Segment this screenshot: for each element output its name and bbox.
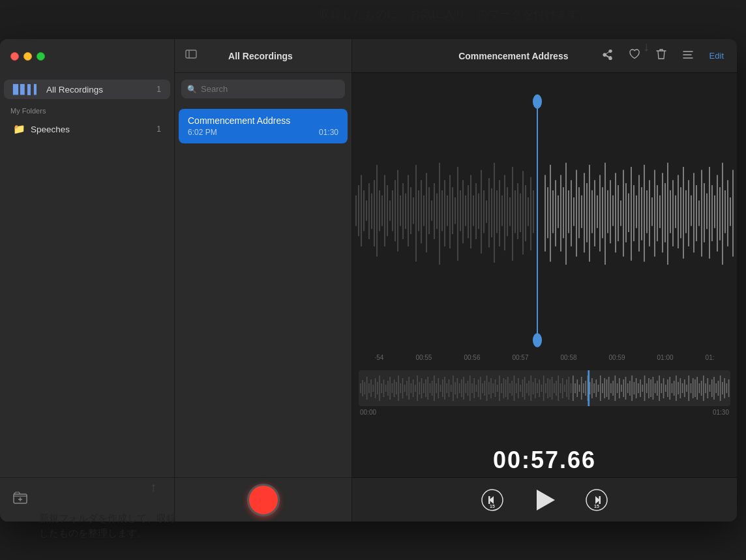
settings-button[interactable] (679, 47, 696, 65)
svg-rect-197 (453, 376, 454, 401)
svg-text:15: 15 (490, 504, 495, 508)
svg-rect-31 (415, 165, 417, 262)
sidebar-item-speeches[interactable]: 📁 Speeches 1 (4, 119, 170, 140)
svg-rect-297 (663, 378, 664, 398)
svg-rect-207 (473, 378, 475, 398)
svg-rect-189 (436, 383, 437, 393)
svg-rect-295 (659, 376, 660, 401)
svg-rect-234 (530, 376, 531, 401)
svg-rect-256 (576, 379, 578, 397)
favorite-button[interactable] (626, 46, 643, 66)
recording-title: Commencement Address (188, 115, 338, 126)
waveform-area: ·54 00:55 00:56 00:57 00:58 00:59 01:00 … (352, 73, 737, 443)
time-label-5: 00:59 (609, 354, 625, 361)
svg-rect-317 (705, 383, 706, 393)
edit-button[interactable]: Edit (707, 48, 726, 63)
svg-rect-64 (501, 196, 503, 226)
svg-rect-308 (686, 385, 687, 392)
svg-rect-287 (642, 385, 643, 392)
time-label-4: 00:58 (561, 354, 577, 361)
svg-rect-277 (621, 385, 622, 392)
share-button[interactable] (599, 46, 616, 66)
svg-rect-154 (362, 380, 363, 396)
trash-icon (656, 48, 666, 60)
overview-waveform[interactable] (359, 370, 730, 406)
svg-rect-89 (576, 170, 577, 257)
svg-rect-60 (491, 188, 492, 237)
svg-rect-101 (607, 190, 608, 233)
svg-rect-90 (578, 187, 580, 238)
svg-rect-75 (530, 177, 531, 251)
svg-rect-95 (591, 190, 593, 233)
traffic-lights (10, 52, 45, 61)
skip-back-button[interactable]: 15 (481, 488, 504, 512)
svg-rect-52 (470, 175, 471, 248)
svg-rect-9 (358, 185, 359, 236)
time-label-3: 00:57 (512, 354, 528, 361)
svg-rect-35 (426, 173, 427, 252)
svg-rect-279 (625, 377, 627, 400)
svg-point-152 (533, 333, 542, 347)
svg-rect-76 (533, 190, 534, 233)
playback-controls: 15 15 (352, 477, 737, 522)
svg-rect-175 (406, 381, 408, 396)
svg-rect-53 (473, 196, 474, 226)
svg-rect-13 (368, 183, 370, 239)
svg-rect-18 (381, 196, 383, 226)
svg-rect-328 (728, 379, 730, 397)
svg-rect-198 (455, 382, 456, 394)
svg-rect-165 (385, 385, 387, 392)
svg-rect-192 (442, 379, 443, 397)
svg-rect-55 (478, 194, 479, 229)
close-button[interactable] (10, 52, 19, 61)
svg-rect-273 (612, 381, 614, 396)
minimize-button[interactable] (23, 52, 32, 61)
time-label-7: 01: (706, 354, 715, 361)
svg-rect-149 (732, 170, 734, 257)
skip-forward-button[interactable]: 15 (585, 488, 608, 512)
recording-duration: 01:30 (319, 128, 338, 137)
main-content: Commencement Address (352, 39, 737, 522)
waveform-icon: ▊▋▌▍ (13, 84, 41, 95)
svg-rect-176 (408, 377, 410, 400)
delete-button[interactable] (653, 46, 669, 66)
svg-rect-264 (593, 383, 595, 393)
svg-rect-61 (494, 163, 495, 263)
maximize-button[interactable] (37, 52, 45, 61)
svg-rect-68 (512, 167, 513, 261)
play-button[interactable] (530, 486, 559, 514)
svg-rect-302 (674, 381, 675, 396)
svg-rect-259 (583, 383, 584, 393)
overview-waveform-svg (359, 370, 730, 406)
new-folder-button[interactable] (10, 488, 30, 511)
svg-rect-290 (648, 378, 649, 398)
record-button[interactable] (247, 484, 280, 516)
svg-rect-268 (602, 383, 603, 393)
panel-toggle-button[interactable] (185, 48, 197, 63)
main-waveform[interactable] (352, 73, 737, 359)
svg-rect-292 (653, 377, 654, 400)
svg-rect-42 (444, 180, 445, 246)
svg-rect-186 (430, 383, 431, 393)
search-input[interactable] (181, 80, 345, 98)
svg-rect-102 (610, 180, 611, 243)
svg-rect-312 (694, 379, 696, 397)
svg-rect-315 (701, 381, 702, 396)
svg-rect-118 (651, 198, 653, 226)
svg-rect-73 (525, 185, 526, 241)
svg-rect-320 (711, 379, 713, 397)
svg-rect-249 (562, 378, 563, 398)
svg-rect-125 (670, 190, 671, 233)
svg-rect-252 (569, 377, 570, 400)
svg-rect-327 (726, 383, 728, 393)
svg-rect-275 (617, 383, 618, 393)
svg-rect-8 (355, 196, 357, 226)
svg-rect-48 (460, 190, 461, 231)
svg-rect-131 (685, 190, 687, 233)
svg-rect-20 (387, 185, 388, 236)
svg-rect-32 (418, 190, 419, 231)
svg-rect-323 (718, 381, 719, 396)
sidebar-item-all-recordings[interactable]: ▊▋▌▍ All Recordings 1 (4, 80, 170, 99)
svg-rect-58 (486, 201, 487, 223)
recording-item[interactable]: Commencement Address 6:02 PM 01:30 (179, 109, 348, 143)
